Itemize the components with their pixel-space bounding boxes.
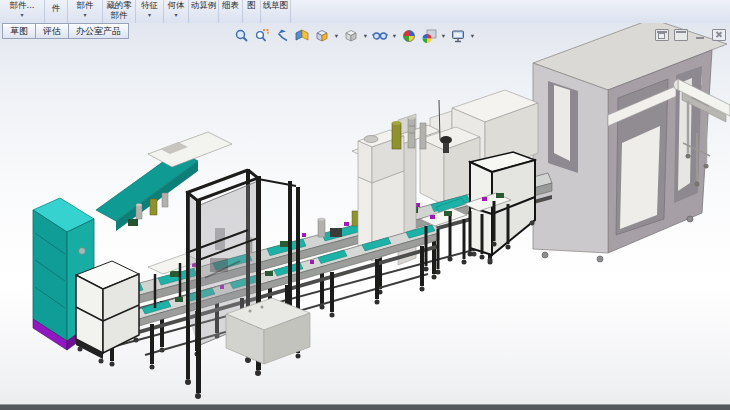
solidworks-window: 部件... ▾ 件 部件 ▾ 藏的零部件 特征 ▾ 何体 ▾ 动算例 细表 图 bbox=[0, 0, 730, 410]
zoom-to-fit-icon[interactable] bbox=[233, 27, 251, 45]
ribbon-button-reference-geometry[interactable]: 何体 ▾ bbox=[164, 0, 189, 23]
ribbon-button-mate[interactable]: 件 bbox=[45, 0, 68, 23]
dropdown-caret[interactable]: ▾ bbox=[333, 32, 340, 40]
ribbon-button-label: 件 bbox=[52, 4, 61, 14]
window-close-icon[interactable] bbox=[712, 29, 726, 41]
dropdown-caret[interactable]: ▾ bbox=[174, 12, 177, 18]
dropdown-caret[interactable]: ▾ bbox=[391, 32, 398, 40]
tab-label: 办公室产品 bbox=[76, 25, 121, 38]
ribbon-button-move-component[interactable]: 部件 ▾ bbox=[68, 0, 103, 23]
viewport-canvas[interactable] bbox=[0, 23, 730, 405]
ribbon-button-label: 线草图 bbox=[263, 1, 289, 11]
graphics-viewport[interactable]: ▾ ▾ ▾ bbox=[0, 23, 730, 410]
ribbon-button-label: 细表 bbox=[222, 1, 239, 11]
window-maximize-icon[interactable] bbox=[674, 29, 688, 41]
ribbon-button-bill-of-materials[interactable]: 细表 bbox=[219, 0, 243, 23]
previous-view-icon[interactable] bbox=[273, 27, 291, 45]
view-settings-icon[interactable] bbox=[449, 27, 467, 45]
ribbon-button-label: 部件... bbox=[9, 1, 34, 11]
ribbon-button-label: 特征 bbox=[141, 1, 158, 11]
window-minimize-icon[interactable] bbox=[693, 29, 707, 41]
ribbon-button-show-hidden-components[interactable]: 藏的零部件 bbox=[103, 0, 136, 23]
tab-office-products[interactable]: 办公室产品 bbox=[68, 23, 129, 39]
ribbon-button-label: 图 bbox=[247, 1, 256, 11]
view-orientation-icon[interactable] bbox=[313, 27, 331, 45]
tab-label: 草图 bbox=[10, 25, 28, 38]
ribbon-button-exploded-view[interactable]: 图 bbox=[243, 0, 261, 23]
model-white-box-left[interactable] bbox=[76, 261, 139, 364]
dropdown-caret[interactable]: ▾ bbox=[20, 12, 23, 18]
ribbon-button-label: 动算例 bbox=[191, 1, 217, 11]
hide-show-items-icon[interactable] bbox=[371, 27, 389, 45]
ribbon-button-new-motion-study[interactable]: 动算例 bbox=[189, 0, 219, 23]
section-view-icon[interactable] bbox=[293, 27, 311, 45]
zoom-to-area-icon[interactable] bbox=[253, 27, 271, 45]
ribbon-button-explode-line-sketch[interactable]: 线草图 bbox=[261, 0, 291, 23]
display-style-icon[interactable] bbox=[342, 27, 360, 45]
command-manager-tabs: 草图 评估 办公室产品 bbox=[2, 23, 128, 39]
dropdown-caret[interactable]: ▾ bbox=[362, 32, 369, 40]
dropdown-caret[interactable]: ▾ bbox=[148, 12, 151, 18]
document-window-controls bbox=[655, 29, 726, 41]
status-bar bbox=[0, 404, 730, 410]
ribbon-button-assembly-features[interactable]: 特征 ▾ bbox=[136, 0, 164, 23]
ribbon-button-label: 部件 bbox=[77, 1, 94, 11]
ribbon-button-label: 藏的零部件 bbox=[103, 1, 135, 20]
dropdown-caret[interactable]: ▾ bbox=[83, 12, 86, 18]
heads-up-view-toolbar: ▾ ▾ ▾ bbox=[233, 27, 476, 45]
ribbon-button-label: 何体 bbox=[168, 1, 185, 11]
tab-sketch[interactable]: 草图 bbox=[2, 23, 36, 39]
tab-evaluate[interactable]: 评估 bbox=[35, 23, 69, 39]
apply-scene-icon[interactable] bbox=[420, 27, 438, 45]
tab-label: 评估 bbox=[43, 25, 61, 38]
command-manager-ribbon: 部件... ▾ 件 部件 ▾ 藏的零部件 特征 ▾ 何体 ▾ 动算例 细表 图 bbox=[0, 0, 730, 24]
dropdown-caret[interactable]: ▾ bbox=[440, 32, 447, 40]
ribbon-button-insert-components[interactable]: 部件... ▾ bbox=[0, 0, 45, 23]
dropdown-caret[interactable]: ▾ bbox=[469, 32, 476, 40]
edit-appearance-icon[interactable] bbox=[400, 27, 418, 45]
window-restore-icon[interactable] bbox=[655, 29, 669, 41]
